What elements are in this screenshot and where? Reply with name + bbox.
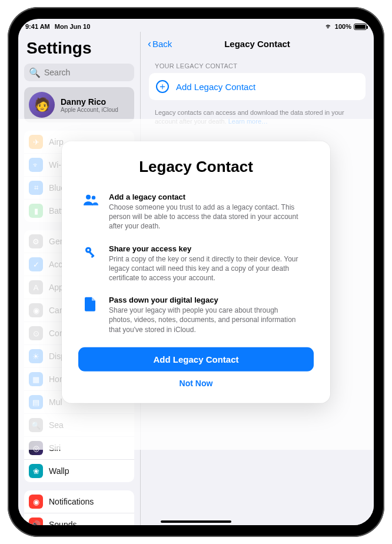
page-title: Settings	[23, 35, 135, 61]
battery-icon	[354, 24, 367, 30]
svg-point-1	[92, 195, 95, 199]
wifi-icon: ᯤ	[325, 22, 333, 31]
svg-point-3	[87, 248, 89, 251]
feature-title: Pass down your digital legacy	[109, 296, 303, 304]
account-name: Danny Rico	[61, 97, 118, 107]
sidebar-item-label: Wallp	[49, 466, 69, 476]
not-now-button[interactable]: Not Now	[78, 371, 314, 390]
sidebar-item[interactable]: 🔊Sounds	[24, 513, 134, 525]
chevron-left-icon: ‹	[148, 38, 151, 50]
group-label: YOUR LEGACY CONTACT	[155, 62, 360, 69]
nav-title: Legacy Contact	[148, 39, 367, 49]
add-legacy-contact-row[interactable]: ＋ Add Legacy Contact	[149, 73, 366, 100]
settings-row-icon: ◉	[29, 495, 43, 509]
status-time: 9:41 AM	[25, 23, 50, 30]
device-frame: 9:41 AM Mon Jun 10 ᯤ 100% Settings 🔍 🎤 🧑	[8, 7, 384, 537]
key-icon	[82, 244, 99, 283]
feature-digital-legacy: Pass down your digital legacy Share your…	[78, 296, 314, 334]
feature-title: Share your access key	[109, 244, 303, 253]
svg-point-0	[86, 195, 91, 200]
nav-bar: ‹ Back Legacy Contact	[148, 32, 367, 55]
feature-title: Add a legacy contact	[109, 193, 303, 201]
add-legacy-contact-label: Add Legacy Contact	[176, 82, 255, 92]
feature-add-contact: Add a legacy contact Choose someone you …	[78, 193, 314, 231]
screen: 9:41 AM Mon Jun 10 ᯤ 100% Settings 🔍 🎤 🧑	[18, 19, 374, 525]
sidebar-item-label: Notifications	[49, 497, 94, 506]
sidebar-item[interactable]: ◉Notifications	[24, 490, 134, 513]
add-legacy-contact-button[interactable]: Add Legacy Contact	[78, 347, 314, 371]
avatar: 🧑	[29, 92, 55, 118]
sidebar-group-3: ◉Notifications🔊Sounds☾Focus⧗Screen Time	[24, 490, 134, 525]
status-date: Mon Jun 10	[55, 23, 91, 30]
back-button[interactable]: ‹ Back	[148, 38, 172, 50]
feature-share-key: Share your access key Print a copy of th…	[78, 244, 314, 283]
feature-desc: Share your legacy with people you care a…	[109, 306, 303, 334]
sidebar-item[interactable]: ❀Wallp	[24, 460, 134, 482]
modal-title: Legacy Contact	[78, 158, 314, 176]
search-field[interactable]: 🔍 🎤	[24, 64, 134, 81]
plus-icon: ＋	[156, 80, 169, 93]
search-icon: 🔍	[29, 67, 41, 78]
feature-desc: Print a copy of the key or send it direc…	[109, 254, 303, 283]
home-indicator[interactable]	[161, 520, 231, 523]
document-icon	[82, 296, 99, 334]
status-battery-pct: 100%	[335, 23, 351, 30]
account-sub: Apple Account, iCloud	[61, 107, 118, 113]
back-label: Back	[152, 39, 172, 49]
account-card[interactable]: 🧑 Danny Rico Apple Account, iCloud	[24, 87, 134, 122]
search-input[interactable]	[44, 68, 141, 77]
people-icon	[82, 193, 99, 231]
sidebar-item-label: Sounds	[49, 520, 77, 525]
status-bar: 9:41 AM Mon Jun 10 ᯤ 100%	[18, 19, 374, 32]
settings-row-icon: 🔊	[29, 518, 43, 525]
settings-row-icon: ❀	[29, 464, 43, 478]
detail-group: ＋ Add Legacy Contact	[149, 73, 366, 100]
feature-desc: Choose someone you trust to add as a leg…	[109, 203, 303, 231]
legacy-contact-modal: Legacy Contact Add a legacy contact Choo…	[62, 141, 330, 403]
